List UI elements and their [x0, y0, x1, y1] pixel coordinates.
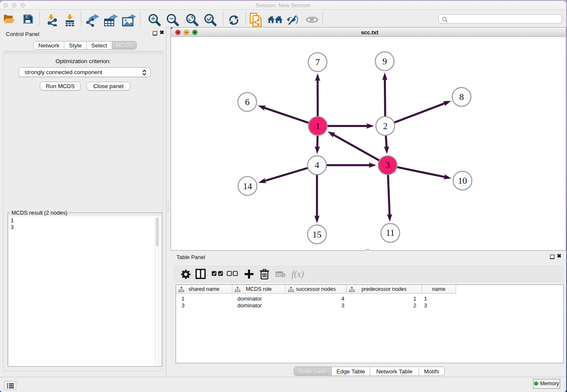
svg-text:7: 7 — [315, 57, 320, 67]
svg-text:4: 4 — [315, 160, 319, 170]
svg-text:8: 8 — [459, 92, 464, 102]
svg-text:15: 15 — [312, 229, 322, 240]
svg-text:14: 14 — [243, 181, 252, 191]
svg-text:11: 11 — [386, 228, 395, 238]
svg-text:9: 9 — [383, 56, 387, 66]
svg-text:2: 2 — [383, 121, 388, 131]
svg-text:6: 6 — [245, 97, 250, 107]
svg-text:1: 1 — [316, 121, 320, 131]
svg-text:3: 3 — [385, 160, 390, 170]
svg-text:10: 10 — [458, 176, 467, 186]
